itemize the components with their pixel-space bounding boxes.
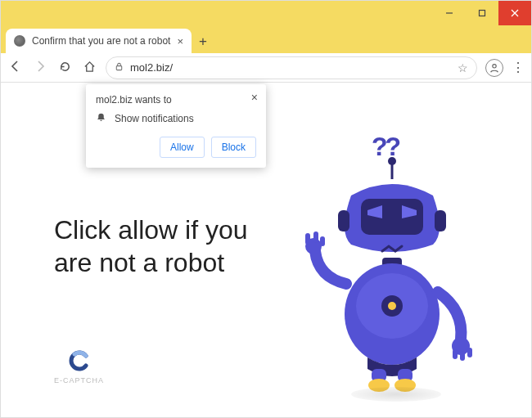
lock-icon [115,62,124,74]
prompt-permission-label: Show notifications [115,113,194,124]
home-button[interactable] [81,61,97,75]
svg-rect-19 [320,236,325,246]
svg-rect-8 [361,199,423,235]
browser-toolbar: mol2.biz/ ☆ ⋮ [1,53,531,83]
window-titlebar [1,1,531,25]
profile-avatar-icon[interactable] [485,59,503,77]
svg-rect-22 [460,351,465,361]
svg-rect-9 [338,210,349,231]
svg-rect-17 [305,233,310,245]
svg-rect-10 [435,210,446,231]
prompt-origin-text: mol2.biz wants to [96,94,256,106]
block-button[interactable]: Block [211,137,256,158]
window-minimize-button[interactable] [433,1,466,25]
robot-shadow [351,387,441,402]
svg-rect-18 [313,231,318,243]
reload-button[interactable] [56,61,73,75]
tab-close-icon[interactable]: × [177,35,183,47]
notification-permission-prompt: × mol2.biz wants to Show notifications A… [86,84,266,168]
new-tab-button[interactable]: + [192,30,214,53]
svg-rect-1 [480,11,485,16]
prompt-close-icon[interactable]: × [251,91,258,104]
robot-illustration: ?? [286,132,498,402]
url-text: mol2.biz/ [130,61,173,74]
svg-rect-21 [453,349,458,359]
tab-title: Confirm that you are not a robot [32,35,170,47]
captcha-label: E-CAPTCHA [54,376,104,384]
back-button[interactable] [7,60,24,75]
captcha-c-icon [67,348,92,373]
svg-rect-4 [116,65,121,70]
globe-icon [14,35,25,47]
page-content: × mol2.biz wants to Show notifications A… [1,83,531,417]
captcha-badge: E-CAPTCHA [54,348,104,384]
tab-strip: Confirm that you are not a robot × + [1,25,531,53]
svg-point-7 [388,157,396,165]
browser-tab-active[interactable]: Confirm that you are not a robot × [6,29,192,53]
svg-rect-23 [467,348,472,357]
forward-button[interactable] [32,60,48,75]
svg-point-5 [493,64,496,67]
address-bar[interactable]: mol2.biz/ ☆ [106,56,477,79]
svg-point-15 [388,302,396,310]
bookmark-star-icon[interactable]: ☆ [458,61,468,74]
allow-button[interactable]: Allow [160,137,205,158]
window-close-button[interactable] [498,1,531,25]
hero-text: Click allow if you are not a robot [54,213,275,279]
bell-icon [96,112,106,125]
kebab-menu-icon[interactable]: ⋮ [512,60,525,75]
window-maximize-button[interactable] [466,1,498,25]
